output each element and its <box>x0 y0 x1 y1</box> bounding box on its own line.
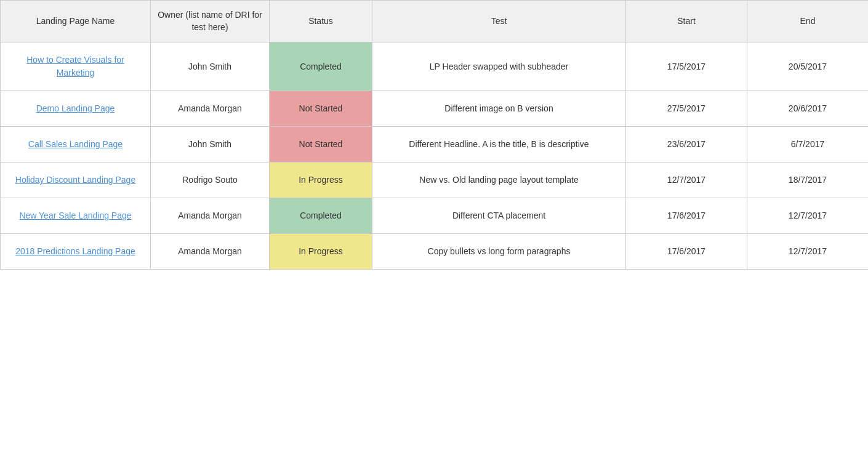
cell-owner: Amanda Morgan <box>151 91 270 127</box>
cell-status: Not Started <box>270 91 372 127</box>
cell-test: Copy bullets vs long form paragraphs <box>372 234 626 270</box>
cell-start: 27/5/2017 <box>626 91 747 127</box>
cell-end: 6/7/2017 <box>747 127 869 163</box>
cell-end: 18/7/2017 <box>747 163 869 198</box>
header-owner: Owner (list name of DRI for test here) <box>151 1 270 42</box>
cell-start: 17/6/2017 <box>626 234 747 270</box>
header-start: Start <box>626 1 747 42</box>
cell-status: In Progress <box>270 234 372 270</box>
cell-test: Different CTA placement <box>372 198 626 234</box>
cell-status: Not Started <box>270 127 372 163</box>
main-container: Landing Page Name Owner (list name of DR… <box>0 0 868 474</box>
cell-landing-page-name[interactable]: How to Create Visuals for Marketing <box>1 42 151 91</box>
table-row: Demo Landing PageAmanda MorganNot Starte… <box>1 91 869 127</box>
table-row: 2018 Predictions Landing PageAmanda Morg… <box>1 234 869 270</box>
cell-test: Different image on B version <box>372 91 626 127</box>
cell-status: In Progress <box>270 163 372 198</box>
table-row: How to Create Visuals for MarketingJohn … <box>1 42 869 91</box>
cell-start: 12/7/2017 <box>626 163 747 198</box>
header-status: Status <box>270 1 372 42</box>
cell-owner: Amanda Morgan <box>151 198 270 234</box>
cell-status: Completed <box>270 42 372 91</box>
cell-end: 12/7/2017 <box>747 198 869 234</box>
cell-landing-page-name[interactable]: Call Sales Landing Page <box>1 127 151 163</box>
table-row: New Year Sale Landing PageAmanda MorganC… <box>1 198 869 234</box>
cell-end: 20/5/2017 <box>747 42 869 91</box>
cell-owner: John Smith <box>151 127 270 163</box>
header-end: End <box>747 1 869 42</box>
cell-status: Completed <box>270 198 372 234</box>
cell-landing-page-name[interactable]: 2018 Predictions Landing Page <box>1 234 151 270</box>
header-test: Test <box>372 1 626 42</box>
cell-start: 17/5/2017 <box>626 42 747 91</box>
cell-start: 23/6/2017 <box>626 127 747 163</box>
cell-test: LP Header swapped with subheader <box>372 42 626 91</box>
cell-start: 17/6/2017 <box>626 198 747 234</box>
table-row: Call Sales Landing PageJohn SmithNot Sta… <box>1 127 869 163</box>
cell-owner: John Smith <box>151 42 270 91</box>
cell-end: 20/6/2017 <box>747 91 869 127</box>
cell-landing-page-name[interactable]: Holiday Discount Landing Page <box>1 163 151 198</box>
cell-end: 12/7/2017 <box>747 234 869 270</box>
header-name: Landing Page Name <box>1 1 151 42</box>
cell-landing-page-name[interactable]: New Year Sale Landing Page <box>1 198 151 234</box>
landing-pages-table: Landing Page Name Owner (list name of DR… <box>0 0 868 270</box>
table-header-row: Landing Page Name Owner (list name of DR… <box>1 1 869 42</box>
cell-owner: Rodrigo Souto <box>151 163 270 198</box>
cell-owner: Amanda Morgan <box>151 234 270 270</box>
cell-test: New vs. Old landing page layout template <box>372 163 626 198</box>
cell-landing-page-name[interactable]: Demo Landing Page <box>1 91 151 127</box>
table-row: Holiday Discount Landing PageRodrigo Sou… <box>1 163 869 198</box>
cell-test: Different Headline. A is the title, B is… <box>372 127 626 163</box>
